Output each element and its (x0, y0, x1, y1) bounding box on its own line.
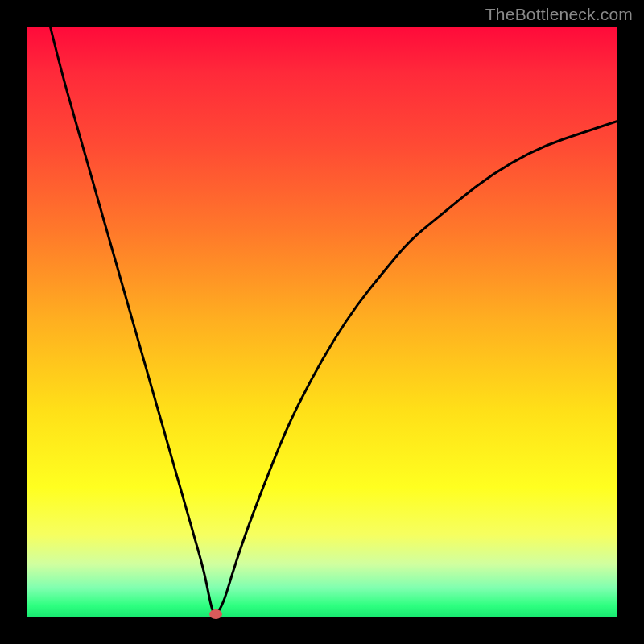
curve-svg (27, 27, 617, 617)
plot-area (27, 27, 617, 617)
min-point-marker (209, 609, 222, 619)
watermark-text: TheBottleneck.com (485, 5, 633, 24)
chart-frame: TheBottleneck.com (0, 0, 644, 644)
bottleneck-curve (50, 27, 617, 613)
